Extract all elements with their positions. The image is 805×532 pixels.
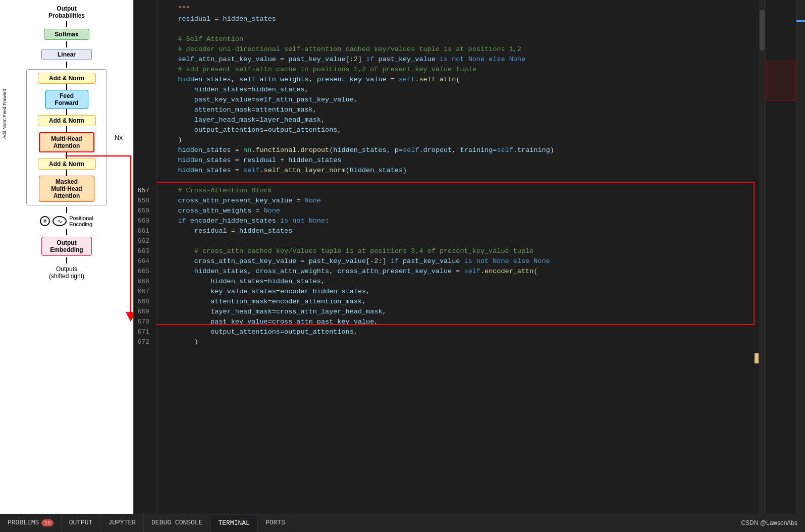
- code-line-11: attention_mask=attention_mask,: [162, 105, 754, 115]
- ln-657: 657: [134, 186, 153, 196]
- wave-symbol: ∿: [52, 216, 67, 226]
- code-line-3: [162, 24, 754, 34]
- softmax-box: Softmax: [44, 29, 89, 40]
- code-line-672: ): [162, 337, 754, 347]
- connector-11: [66, 257, 67, 263]
- code-line-1: """: [162, 4, 754, 14]
- ln-669: 669: [134, 307, 153, 317]
- code-line-4: # Self Attention: [162, 34, 754, 44]
- code-line-666: hidden_states=hidden_states,: [162, 277, 754, 287]
- ln-empty3: [134, 24, 153, 34]
- ln-661: 661: [134, 226, 153, 236]
- ln-empty1: [134, 4, 153, 14]
- code-line-9: hidden_states=hidden_states,: [162, 85, 754, 95]
- diagram-panel: OutputProbabilities Softmax Linear Add &…: [0, 0, 134, 514]
- scrollbar[interactable]: [759, 0, 766, 514]
- tab-jupyter-label: JUPYTER: [108, 519, 136, 526]
- scrollbar-thumb[interactable]: [760, 10, 765, 50]
- ln-662: 662: [134, 236, 153, 246]
- code-area: 657 658 659 660 661 662 663 664 665 666 …: [134, 0, 796, 514]
- minimap-highlight: [766, 61, 796, 101]
- ln-660: 660: [134, 216, 153, 226]
- ln-672: 672: [134, 337, 153, 347]
- connector-10: [66, 229, 67, 235]
- ln-empty8: [134, 75, 153, 85]
- code-lines: """ residual = hidden_states # Self Atte…: [156, 0, 759, 514]
- tab-terminal[interactable]: TERMINAL: [210, 514, 257, 532]
- yellow-line-indicator: [755, 353, 759, 363]
- problems-badge: 15: [41, 519, 53, 526]
- masked-multihead-box: MaskedMulti-HeadAttention: [39, 176, 94, 202]
- code-line-7: # add present self-attn cache to positio…: [162, 65, 754, 75]
- ln-665: 665: [134, 267, 153, 277]
- ln-empty14: [134, 135, 153, 145]
- add-norm-3-box: Add & Norm: [38, 158, 96, 170]
- code-line-665: hidden_states, cross_attn_weights, cross…: [162, 267, 754, 277]
- ln-empty5: [134, 44, 153, 55]
- connector-9: [66, 207, 67, 213]
- connector-5: [66, 109, 67, 115]
- ln-664: 664: [134, 256, 153, 267]
- ln-empty15: [134, 145, 153, 155]
- linear-box: Linear: [41, 49, 92, 60]
- ln-667: 667: [134, 287, 153, 297]
- tab-terminal-label: TERMINAL: [218, 519, 249, 527]
- code-line-10: past_key_value=self_attn_past_key_value,: [162, 95, 754, 105]
- code-line-17: hidden_states = self.self_attn_layer_nor…: [162, 166, 754, 176]
- code-line-2: residual = hidden_states: [162, 14, 754, 24]
- ln-659: 659: [134, 206, 153, 216]
- code-line-667: key_value_states=encoder_hidden_states,: [162, 287, 754, 297]
- feed-forward-box: FeedForward: [45, 90, 88, 109]
- ln-empty13: [134, 125, 153, 135]
- code-line-5: # decoder uni-directional self-attention…: [162, 44, 754, 55]
- ln-empty10: [134, 95, 153, 105]
- code-line-661: residual = hidden_states: [162, 226, 754, 236]
- code-line-662: [162, 236, 754, 246]
- tab-output[interactable]: OUTPUT: [62, 514, 101, 532]
- code-line-657: # Cross-Attention Block: [162, 186, 754, 196]
- multihead-attention-box: Multi-HeadAttention: [39, 132, 94, 152]
- code-line-16: hidden_states = residual + hidden_states: [162, 155, 754, 166]
- outputs-label: Outputs(shifted right): [49, 265, 84, 280]
- ln-empty6: [134, 55, 153, 65]
- code-line-15: hidden_states = nn.functional.dropout(hi…: [162, 145, 754, 155]
- plus-circle: +: [40, 216, 50, 226]
- tab-ports[interactable]: PORTS: [258, 514, 293, 532]
- ln-666: 666: [134, 277, 153, 287]
- add-norm-1-box: Add & Norm: [38, 73, 96, 84]
- line-numbers: 657 658 659 660 661 662 663 664 665 666 …: [134, 0, 156, 514]
- code-line-6: self_attn_past_key_value = past_key_valu…: [162, 55, 754, 65]
- tab-jupyter[interactable]: JUPYTER: [100, 514, 144, 532]
- ln-empty17: [134, 166, 153, 176]
- minimap: [766, 0, 796, 514]
- connector-3: [66, 62, 67, 68]
- csdn-label: CSDN @LawsonAbs: [733, 519, 805, 526]
- ln-empty2: [134, 14, 153, 24]
- positional-encoding-label: PositionalEncoding: [69, 215, 93, 227]
- output-embedding-box: OutputEmbedding: [41, 237, 92, 256]
- tab-problems[interactable]: PROBLEMS 15: [0, 514, 62, 532]
- code-line-668: attention_mask=encoder_attention_mask,: [162, 297, 754, 307]
- code-panel: 657 658 659 660 661 662 663 664 665 666 …: [134, 0, 796, 514]
- tab-bar: PROBLEMS 15 OUTPUT JUPYTER DEBUG CONSOLE…: [0, 514, 805, 532]
- right-panel-indicator: [796, 20, 805, 22]
- code-line-658: cross_attn_present_key_value = None: [162, 196, 754, 206]
- ln-empty11: [134, 105, 153, 115]
- tab-debug-console[interactable]: DEBUG CONSOLE: [144, 514, 210, 532]
- add-norm-ff-label: Add Norm Feed Forward: [1, 88, 9, 140]
- connector-6: [66, 126, 67, 132]
- ln-empty4: [134, 34, 153, 44]
- tab-problems-label: PROBLEMS: [8, 519, 39, 526]
- ln-empty16: [134, 155, 153, 166]
- connector-7: [66, 152, 67, 158]
- nx-group: Add & Norm FeedForward Add & Norm Multi-…: [26, 69, 107, 205]
- ln-671: 671: [134, 327, 153, 337]
- ln-empty12: [134, 115, 153, 125]
- code-line-18: [162, 176, 754, 186]
- code-line-659: cross_attn_weights = None: [162, 206, 754, 216]
- ln-empty18: [134, 176, 153, 186]
- nx-label: Nx: [115, 134, 123, 141]
- ln-670: 670: [134, 317, 153, 327]
- connector-2: [66, 41, 67, 47]
- ln-empty9: [134, 85, 153, 95]
